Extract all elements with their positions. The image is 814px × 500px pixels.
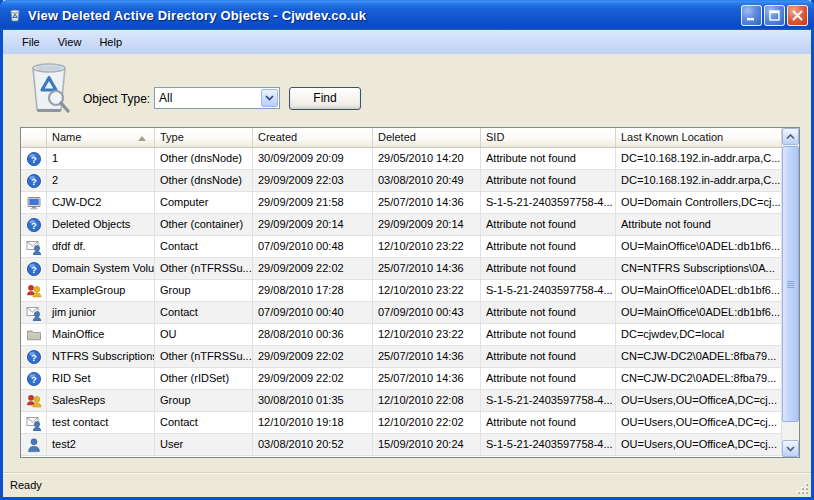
close-button[interactable] xyxy=(787,5,808,26)
object-type-label: Object Type: xyxy=(83,92,150,106)
table-row[interactable]: ?2Other (dnsNode)29/09/2009 22:0303/08/2… xyxy=(21,170,782,192)
svg-text:?: ? xyxy=(31,263,37,274)
cell-type: Other (dnsNode) xyxy=(155,148,253,170)
group-icon xyxy=(21,390,47,412)
table-row[interactable]: ?RID SetOther (rIDSet)29/09/2009 22:0225… xyxy=(21,368,782,390)
cell-created: 28/08/2010 00:36 xyxy=(253,324,373,346)
cell-name: CJW-DC2 xyxy=(47,192,155,214)
minimize-button[interactable] xyxy=(741,5,762,26)
table-row[interactable]: ExampleGroupGroup29/08/2010 17:2812/10/2… xyxy=(21,280,782,302)
contact-icon xyxy=(21,412,47,434)
scroll-down-icon[interactable] xyxy=(782,440,799,457)
user-icon xyxy=(21,434,47,456)
table-row[interactable]: ?Domain System Volu...Other (nTFRSSu...2… xyxy=(21,258,782,280)
column-header-deleted[interactable]: Deleted xyxy=(373,128,481,148)
cell-location: DC=cjwdev,DC=local xyxy=(616,324,782,346)
scroll-up-icon[interactable] xyxy=(782,128,799,145)
cell-created: 03/08/2010 20:52 xyxy=(253,434,373,456)
cell-created: 12/10/2010 19:18 xyxy=(253,412,373,434)
cell-deleted: 25/07/2010 14:36 xyxy=(373,258,481,280)
cell-type: Group xyxy=(155,390,253,412)
table-row[interactable]: test contactContact12/10/2010 19:1812/10… xyxy=(21,412,782,434)
cell-created: 30/09/2009 20:09 xyxy=(253,148,373,170)
cell-location: CN=CJW-DC2\0ADEL:8fba79... xyxy=(616,368,782,390)
cell-name: 2 xyxy=(47,170,155,192)
cell-sid: Attribute not found xyxy=(481,148,616,170)
column-header-created[interactable]: Created xyxy=(253,128,373,148)
table-row[interactable]: ?Deleted ObjectsOther (container)29/09/2… xyxy=(21,214,782,236)
menu-file[interactable]: File xyxy=(13,33,49,51)
cell-name: RID Set xyxy=(47,368,155,390)
cell-sid: Attribute not found xyxy=(481,214,616,236)
cell-deleted: 07/09/2010 00:43 xyxy=(373,302,481,324)
cell-type: Other (nTFRSSu... xyxy=(155,346,253,368)
cell-name: Domain System Volu... xyxy=(47,258,155,280)
cell-created: 29/09/2009 22:03 xyxy=(253,170,373,192)
cell-sid: S-1-5-21-2403597758-4... xyxy=(481,390,616,412)
chevron-down-icon[interactable] xyxy=(261,89,278,107)
find-button[interactable]: Find xyxy=(289,87,361,110)
sort-ascending-icon xyxy=(138,136,146,141)
menu-help[interactable]: Help xyxy=(90,33,131,51)
object-type-value: All xyxy=(155,91,260,105)
table-main: NameTypeCreatedDeletedSIDLast Known Loca… xyxy=(21,128,782,457)
scrollbar-thumb[interactable] xyxy=(782,146,799,422)
titlebar[interactable]: View Deleted Active Directory Objects - … xyxy=(0,0,814,30)
question-icon: ? xyxy=(21,258,47,280)
cell-type: Group xyxy=(155,280,253,302)
scrollbar-track[interactable] xyxy=(782,422,799,440)
column-header-type[interactable]: Type xyxy=(155,128,253,148)
cell-created: 30/08/2010 01:35 xyxy=(253,390,373,412)
column-header-sid[interactable]: SID xyxy=(481,128,616,148)
table-row[interactable]: ?NTFRS SubscriptionsOther (nTFRSSu...29/… xyxy=(21,346,782,368)
table-row[interactable]: jim juniorContact07/09/2010 00:4007/09/2… xyxy=(21,302,782,324)
cell-location: CN=CJW-DC2\0ADEL:8fba79... xyxy=(616,346,782,368)
column-header-name[interactable]: Name xyxy=(47,128,155,148)
status-text: Ready xyxy=(10,479,42,491)
table-header: NameTypeCreatedDeletedSIDLast Known Loca… xyxy=(21,128,782,148)
cell-type: OU xyxy=(155,324,253,346)
cell-deleted: 12/10/2010 22:02 xyxy=(373,412,481,434)
cell-created: 07/09/2010 00:40 xyxy=(253,302,373,324)
column-header-location[interactable]: Last Known Location xyxy=(616,128,782,148)
cell-location: OU=MainOffice\0ADEL:db1bf6... xyxy=(616,280,782,302)
table-row[interactable]: CJW-DC2Computer29/09/2009 21:5825/07/201… xyxy=(21,192,782,214)
object-type-select[interactable]: All xyxy=(154,87,280,109)
app-window: View Deleted Active Directory Objects - … xyxy=(0,0,814,500)
vertical-scrollbar[interactable] xyxy=(782,128,799,457)
cell-created: 29/09/2009 21:58 xyxy=(253,192,373,214)
cell-type: Contact xyxy=(155,302,253,324)
cell-deleted: 12/10/2010 22:08 xyxy=(373,390,481,412)
resize-grip[interactable] xyxy=(796,482,809,495)
table-row[interactable]: SalesRepsGroup30/08/2010 01:3512/10/2010… xyxy=(21,390,782,412)
table-row[interactable]: dfdf df.Contact07/09/2010 00:4812/10/201… xyxy=(21,236,782,258)
table-row[interactable]: test2User03/08/2010 20:5215/09/2010 20:2… xyxy=(21,434,782,456)
cell-type: Computer xyxy=(155,192,253,214)
cell-sid: S-1-5-21-2403597758-4... xyxy=(481,192,616,214)
cell-type: Contact xyxy=(155,412,253,434)
cell-name: ExampleGroup xyxy=(47,280,155,302)
cell-sid: S-1-5-21-2403597758-4... xyxy=(481,280,616,302)
cell-created: 29/09/2009 20:14 xyxy=(253,214,373,236)
menu-view[interactable]: View xyxy=(49,33,91,51)
maximize-button[interactable] xyxy=(764,5,785,26)
cell-sid: Attribute not found xyxy=(481,324,616,346)
app-icon xyxy=(7,7,23,23)
cell-name: 1 xyxy=(47,148,155,170)
computer-icon xyxy=(21,192,47,214)
table-body: ?1Other (dnsNode)30/09/2009 20:0929/05/2… xyxy=(21,148,782,456)
cell-location: OU=Users,OU=OfficeA,DC=cj... xyxy=(616,412,782,434)
cell-sid: Attribute not found xyxy=(481,302,616,324)
cell-created: 29/09/2009 22:02 xyxy=(253,368,373,390)
question-icon: ? xyxy=(21,214,47,236)
table-row[interactable]: ?1Other (dnsNode)30/09/2009 20:0929/05/2… xyxy=(21,148,782,170)
column-header-icon[interactable] xyxy=(21,128,47,148)
cell-location: Attribute not found xyxy=(616,214,782,236)
cell-created: 29/08/2010 17:28 xyxy=(253,280,373,302)
cell-deleted: 03/08/2010 20:49 xyxy=(373,170,481,192)
deleted-objects-table: NameTypeCreatedDeletedSIDLast Known Loca… xyxy=(20,127,800,458)
table-row[interactable]: MainOfficeOU28/08/2010 00:3612/10/2010 2… xyxy=(21,324,782,346)
cell-sid: Attribute not found xyxy=(481,346,616,368)
statusbar: Ready xyxy=(3,472,811,497)
scrollbar-grip xyxy=(787,281,794,288)
